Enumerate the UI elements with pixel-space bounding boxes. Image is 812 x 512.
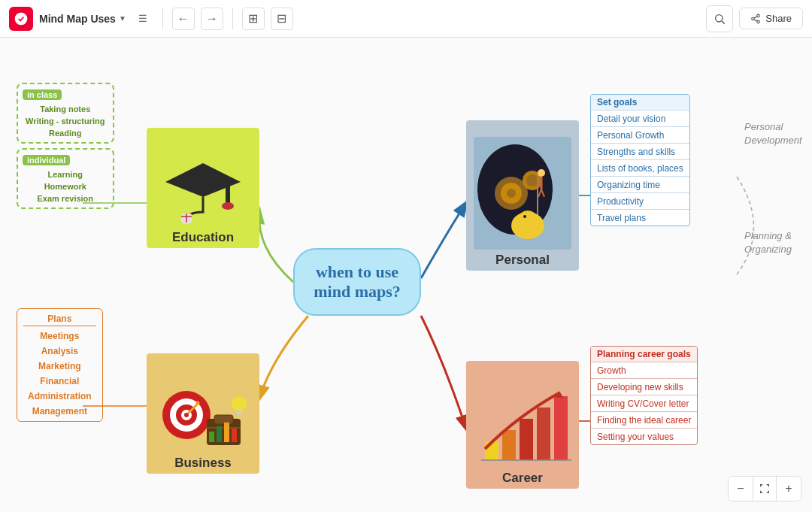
education-branches: in class Taking notes Writing - structur… <box>17 83 114 209</box>
career-node[interactable]: Career <box>466 361 579 489</box>
svg-rect-52 <box>537 407 550 460</box>
svg-point-30 <box>523 215 526 218</box>
education-image <box>158 152 248 227</box>
svg-rect-51 <box>520 419 533 460</box>
edu-item-reading: Reading <box>23 127 108 139</box>
title-dropdown-icon: ▼ <box>119 14 126 23</box>
center-node[interactable]: when to usemind maps? <box>293 248 421 316</box>
layout-button-2[interactable]: ⊟ <box>271 8 293 30</box>
biz-item-meetings: Meetings <box>23 329 96 343</box>
edu-item-homework: Homework <box>23 180 108 192</box>
personal-branch-list: Set goals Detail your vision Personal Gr… <box>591 95 689 226</box>
business-image <box>158 377 248 453</box>
svg-point-10 <box>222 202 234 210</box>
layout-icon-1: ⊞ <box>248 11 258 26</box>
business-branch-list: Plans Meetings Analysis Marketing Financ… <box>23 312 96 418</box>
individual-tag: individual <box>23 155 70 165</box>
biz-item-administration: Administration <box>23 389 96 403</box>
svg-rect-9 <box>226 182 230 204</box>
logo-button[interactable] <box>9 7 33 31</box>
undo-icon: ← <box>177 12 189 26</box>
svg-line-6 <box>754 19 757 20</box>
in-class-tag: in class <box>23 89 62 100</box>
svg-line-2 <box>722 21 725 24</box>
career-label: Career <box>466 468 579 489</box>
zoom-in-button[interactable]: + <box>777 477 801 501</box>
zoom-controls: − + <box>728 476 801 501</box>
svg-point-3 <box>757 14 760 17</box>
svg-point-4 <box>752 17 755 20</box>
svg-rect-43 <box>217 426 222 442</box>
share-icon <box>750 14 761 24</box>
personal-item-set-goals: Set goals <box>591 95 689 111</box>
personal-development-label: PersonalDevelopment <box>744 120 802 147</box>
svg-rect-53 <box>554 396 568 460</box>
svg-point-29 <box>519 211 537 226</box>
svg-rect-40 <box>214 415 233 424</box>
zoom-fit-icon <box>753 477 777 501</box>
edu-item-learning: Learning <box>23 168 108 180</box>
business-node[interactable]: Business <box>147 353 259 474</box>
share-button[interactable]: Share <box>739 8 803 29</box>
redo-button[interactable]: → <box>201 8 223 30</box>
layout-icon-2: ⊟ <box>277 11 286 26</box>
career-item-new-skills: Developing new skills <box>591 380 697 395</box>
zoom-out-button[interactable]: − <box>729 477 753 501</box>
career-branch-box: Planning career goals Growth Developing … <box>590 346 698 445</box>
in-class-group: in class Taking notes Writing - structur… <box>17 83 114 144</box>
biz-item-financial: Financial <box>23 374 96 388</box>
menu-button[interactable]: ☰ <box>132 8 153 29</box>
career-branches: Planning career goals Growth Developing … <box>590 346 698 445</box>
personal-image <box>474 137 571 250</box>
career-item-values: Setting your values <box>591 429 697 444</box>
document-title: Mind Map Uses <box>39 13 116 25</box>
svg-point-0 <box>15 12 28 25</box>
share-label: Share <box>765 13 792 24</box>
personal-branch-box: Set goals Detail your vision Personal Gr… <box>590 94 690 226</box>
svg-point-19 <box>507 189 516 198</box>
svg-point-23 <box>538 169 545 177</box>
biz-item-management: Management <box>23 404 96 418</box>
career-branch-list: Planning career goals Growth Developing … <box>591 347 697 444</box>
search-button[interactable] <box>706 5 733 32</box>
personal-item-personal-growth: Personal Growth <box>591 128 689 144</box>
career-item-growth: Growth <box>591 363 697 379</box>
biz-item-analysis: Analysis <box>23 344 96 358</box>
svg-point-46 <box>232 396 247 411</box>
personal-item-lists: Lists of books, places <box>591 161 689 177</box>
redo-icon: → <box>206 12 218 26</box>
svg-point-5 <box>757 20 760 23</box>
business-branch-box: Plans Meetings Analysis Marketing Financ… <box>17 308 103 422</box>
personal-label: Personal <box>466 250 579 271</box>
biz-item-plans: Plans <box>23 312 96 326</box>
zoom-in-icon: + <box>785 482 792 495</box>
planning-organizing-label: Planning &Organizing <box>744 229 792 256</box>
center-node-text: when to usemind maps? <box>314 262 401 301</box>
biz-item-marketing: Marketing <box>23 359 96 373</box>
business-branches: Plans Meetings Analysis Marketing Financ… <box>17 308 103 422</box>
svg-rect-44 <box>224 423 229 442</box>
personal-item-detail-vision: Detail your vision <box>591 111 689 127</box>
education-node[interactable]: Education <box>147 128 259 248</box>
career-item-ideal-career: Finding the ideal career <box>591 413 697 429</box>
title-area[interactable]: Mind Map Uses ▼ <box>39 13 126 25</box>
hamburger-icon: ☰ <box>138 13 147 24</box>
toolbar: Mind Map Uses ▼ ☰ ← → ⊞ ⊟ Share <box>0 0 812 38</box>
career-image <box>474 385 571 468</box>
svg-rect-42 <box>209 432 214 442</box>
personal-node[interactable]: Personal <box>466 120 579 271</box>
svg-rect-47 <box>236 411 242 414</box>
layout-button-1[interactable]: ⊞ <box>242 8 265 30</box>
personal-item-productivity: Productivity <box>591 194 689 210</box>
personal-branches: Set goals Detail your vision Personal Gr… <box>590 94 690 226</box>
edu-item-taking-notes: Taking notes <box>23 103 108 115</box>
undo-button[interactable]: ← <box>172 8 195 30</box>
edu-item-writing: Writing - structuring <box>23 115 108 127</box>
business-label: Business <box>147 453 259 474</box>
career-item-planning: Planning career goals <box>591 347 697 362</box>
toolbar-divider <box>162 8 163 29</box>
individual-group: individual Learning Homework Exam revisi… <box>17 148 114 209</box>
personal-item-travel: Travel plans <box>591 211 689 226</box>
career-item-cv: Writing CV/Cover letter <box>591 396 697 412</box>
mind-map-canvas: when to usemind maps? Education <box>0 38 812 512</box>
